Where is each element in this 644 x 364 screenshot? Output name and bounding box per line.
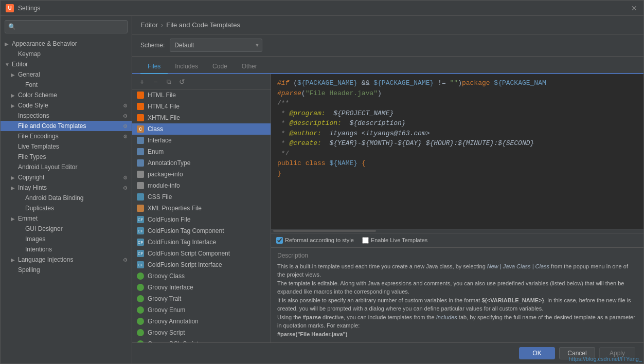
file-item-xml[interactable]: XML Properties File xyxy=(132,203,271,214)
sidebar: 🔍 ▶ Appearance & Behavior Keymap ▼ Edito… xyxy=(1,16,132,363)
code-line-9: public class ${NAME} { xyxy=(277,158,637,169)
description-panel: Description This is a built-in template … xyxy=(271,247,643,343)
file-item-cf-tag-interface[interactable]: CF ColdFusion Tag Interface xyxy=(132,236,271,248)
watermark: https://blog.csdn.net/ITYang_ xyxy=(569,356,642,362)
file-toolbar: + − ⧉ ↺ xyxy=(132,74,271,89)
sidebar-item-android-layout[interactable]: Android Layout Editor xyxy=(1,162,132,172)
copy-template-button[interactable]: ⧉ xyxy=(163,76,174,87)
expand-arrow: ▶ xyxy=(5,41,12,47)
file-item-cf[interactable]: CF ColdFusion File xyxy=(132,214,271,225)
tab-files[interactable]: Files xyxy=(140,60,168,74)
cf-tag-icon: CF xyxy=(136,227,145,235)
reset-template-button[interactable]: ↺ xyxy=(176,76,188,87)
cf-file-icon: CF xyxy=(136,215,145,224)
settings-badge: ⚙ xyxy=(121,122,129,130)
ok-button[interactable]: OK xyxy=(519,347,555,359)
sidebar-item-general[interactable]: ▶ General xyxy=(1,69,132,80)
file-item-cf-script[interactable]: CF ColdFusion Script Component xyxy=(132,248,271,259)
reformat-checkbox[interactable] xyxy=(276,237,283,244)
live-templates-checkbox[interactable] xyxy=(362,237,369,244)
file-item-groovy-enum[interactable]: Groovy Enum xyxy=(132,304,271,316)
file-item-groovy-script[interactable]: Groovy Script xyxy=(132,327,271,338)
groovy-trait-icon xyxy=(136,295,145,303)
file-item-module[interactable]: module-info xyxy=(132,180,271,191)
code-line-8: */ xyxy=(277,149,637,159)
cf-script-icon: CF xyxy=(136,249,145,258)
sidebar-item-language-injections[interactable]: ▶ Language Injections ⚙ xyxy=(1,254,132,265)
groovy-interface-icon xyxy=(136,283,145,292)
code-editor[interactable]: #if (${PACKAGE_NAME} && ${PACKAGE_NAME} … xyxy=(271,74,643,229)
reformat-checkbox-label[interactable]: Reformat according to style xyxy=(276,237,354,244)
file-item-cf-script-interface[interactable]: CF ColdFusion Script Interface xyxy=(132,259,271,270)
file-item-css[interactable]: CSS File xyxy=(132,191,271,203)
groovy-class-icon xyxy=(136,272,145,280)
sidebar-item-code-style[interactable]: ▶ Code Style ⚙ xyxy=(1,100,132,111)
code-line-6: * @author: ityangs <ityangs@163.com> xyxy=(277,129,637,139)
enum-file-icon xyxy=(136,148,145,156)
file-item-groovy-annotation[interactable]: Groovy Annotation xyxy=(132,316,271,327)
sidebar-item-gui-designer[interactable]: GUI Designer xyxy=(1,224,132,234)
file-item-groovy-dsl[interactable]: Groovy DSL Script xyxy=(132,338,271,342)
editor-area: #if (${PACKAGE_NAME} && ${PACKAGE_NAME} … xyxy=(271,74,643,342)
sidebar-item-copyright[interactable]: ▶ Copyright ⚙ xyxy=(1,172,132,183)
sidebar-item-inlay-hints[interactable]: ▶ Inlay Hints ⚙ xyxy=(1,183,132,193)
file-list-items: HTML File HTML4 File XHTML File C Cl xyxy=(132,89,271,342)
annotation-file-icon xyxy=(136,159,145,167)
sidebar-item-font[interactable]: Font xyxy=(1,80,132,90)
horizontal-scrollbar[interactable] xyxy=(273,230,376,232)
file-item-class[interactable]: C Class xyxy=(132,123,271,135)
css-file-icon xyxy=(136,193,145,201)
sidebar-item-keymap[interactable]: Keymap xyxy=(1,49,132,59)
settings-badge: ⚙ xyxy=(121,102,129,109)
tab-other[interactable]: Other xyxy=(235,60,264,74)
code-line-5: * @description: ${description} xyxy=(277,118,637,129)
file-item-groovy-interface[interactable]: Groovy Interface xyxy=(132,282,271,293)
file-item-enum[interactable]: Enum xyxy=(132,146,271,157)
add-template-button[interactable]: + xyxy=(136,76,148,87)
sidebar-item-spelling[interactable]: Spelling xyxy=(1,265,132,275)
sidebar-item-appearance[interactable]: ▶ Appearance & Behavior xyxy=(1,39,132,49)
sidebar-item-android-databinding[interactable]: Android Data Binding xyxy=(1,193,132,203)
close-button[interactable]: ✕ xyxy=(630,4,638,12)
file-item-annotation[interactable]: AnnotationType xyxy=(132,157,271,169)
file-item-xhtml[interactable]: XHTML File xyxy=(132,112,271,123)
settings-window: U Settings ✕ 🔍 ▶ Appearance & Behavior K… xyxy=(0,0,644,364)
bottom-bar: OK Cancel Apply xyxy=(132,342,643,363)
file-item-interface[interactable]: Interface xyxy=(132,135,271,146)
search-icon: 🔍 xyxy=(8,23,16,30)
sidebar-item-images[interactable]: Images xyxy=(1,234,132,244)
sidebar-item-editor[interactable]: ▼ Editor xyxy=(1,59,132,69)
sidebar-item-duplicates[interactable]: Duplicates xyxy=(1,203,132,213)
description-text: This is a built-in template used each ti… xyxy=(277,262,637,339)
sidebar-item-color-scheme[interactable]: ▶ Color Scheme xyxy=(1,90,132,100)
sidebar-item-file-encodings[interactable]: File Encodings ⚙ xyxy=(1,131,132,141)
sidebar-item-file-code-templates[interactable]: File and Code Templates ⚙ xyxy=(1,121,132,131)
tab-code[interactable]: Code xyxy=(205,60,235,74)
file-item-html4[interactable]: HTML4 File xyxy=(132,101,271,112)
sidebar-item-inspections[interactable]: Inspections ⚙ xyxy=(1,111,132,121)
app-icon: U xyxy=(6,4,14,12)
file-item-html[interactable]: HTML File xyxy=(132,89,271,101)
file-item-package[interactable]: package-info xyxy=(132,169,271,180)
html-file-icon xyxy=(136,91,145,99)
sidebar-item-emmet[interactable]: ▶ Emmet xyxy=(1,213,132,224)
remove-template-button[interactable]: − xyxy=(150,76,161,87)
window-title: Settings xyxy=(18,5,630,12)
tab-includes[interactable]: Includes xyxy=(168,60,205,74)
scheme-select[interactable]: Default Project xyxy=(170,39,262,52)
search-box[interactable]: 🔍 xyxy=(5,20,128,33)
sidebar-item-intentions[interactable]: Intentions xyxy=(1,244,132,254)
file-item-cf-tag[interactable]: CF ColdFusion Tag Component xyxy=(132,225,271,236)
breadcrumb-separator: › xyxy=(161,21,163,29)
settings-badge: ⚙ xyxy=(121,184,129,191)
file-item-groovy-trait[interactable]: Groovy Trait xyxy=(132,293,271,304)
live-templates-checkbox-label[interactable]: Enable Live Templates xyxy=(362,237,427,244)
right-panel: Editor › File and Code Templates Scheme:… xyxy=(132,16,643,363)
sidebar-item-file-types[interactable]: File Types xyxy=(1,152,132,162)
sidebar-item-live-templates[interactable]: Live Templates xyxy=(1,141,132,152)
file-item-groovy-class[interactable]: Groovy Class xyxy=(132,270,271,282)
settings-badge: ⚙ xyxy=(121,174,129,181)
search-input[interactable] xyxy=(18,23,124,30)
breadcrumb: Editor › File and Code Templates xyxy=(132,16,643,34)
scheme-select-wrap: Default Project xyxy=(170,39,262,52)
